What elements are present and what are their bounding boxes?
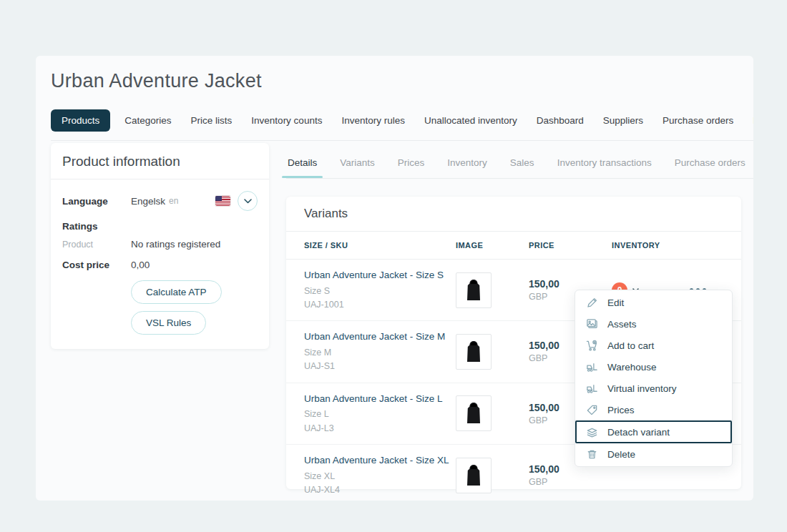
column-image: IMAGE [456,241,529,250]
product-information-card: Product information Language Engelsk en … [51,143,269,349]
menu-item-edit[interactable]: Edit [575,292,732,313]
main-tab-price-lists[interactable]: Price lists [186,109,238,132]
column-inventory: INVENTORY [612,241,723,250]
cost-price-row: Cost price 0,00 [62,260,258,270]
calculate-atp-button[interactable]: Calculate ATP [131,280,222,304]
variant-name[interactable]: Urban Adventure Jacket - Size S [304,268,456,282]
detail-tab-bar: Details Variants Prices Inventory Sales … [286,153,753,179]
menu-item-detach-variant[interactable]: Detach variant [575,420,732,443]
image-icon [585,318,598,330]
main-tab-suppliers[interactable]: Suppliers [598,109,648,132]
menu-item-label: Delete [607,449,635,460]
pencil-icon [585,297,598,309]
tab-purchase-orders[interactable]: Purchase orders [673,153,747,178]
menu-item-label: Edit [607,297,624,308]
vsl-rules-button[interactable]: VSL Rules [131,311,206,335]
variant-image[interactable] [456,458,492,493]
menu-item-delete[interactable]: Delete [575,443,732,465]
jacket-image [459,276,488,305]
main-tab-bar: Products Categories Price lists Inventor… [51,109,753,132]
variant-size: Size S [304,285,456,298]
menu-item-label: Prices [607,405,635,415]
menu-item-label: Virtual inventory [607,383,677,394]
tab-sales[interactable]: Sales [509,153,536,178]
variant-sku: UAJ-S1 [304,360,456,373]
variant-image[interactable] [456,395,492,431]
variant-name[interactable]: Urban Adventure Jacket - Size M [304,330,456,344]
chevron-down-icon [244,199,252,204]
menu-item-assets[interactable]: Assets [575,313,732,335]
variant-sku: UAJ-L3 [304,422,456,435]
cost-price-value: 0,00 [131,260,150,270]
trash-icon [585,448,598,460]
main-tab-inventory-rules[interactable]: Inventory rules [336,109,410,132]
main-tab-unallocated-inventory[interactable]: Unallocated inventory [419,109,522,132]
row-actions-menu: Edit Assets Add to cart Warehouse Virtua… [575,290,733,467]
menu-item-warehouse[interactable]: Warehouse [575,356,732,378]
main-tab-inventory-counts[interactable]: Inventory counts [246,109,327,132]
variants-table-header: SIZE / SKU IMAGE PRICE INVENTORY [286,232,741,260]
main-tab-dashboard[interactable]: Dashboard [532,109,589,132]
variant-size: Size M [304,346,456,360]
variant-name[interactable]: Urban Adventure Jacket - Size L [304,392,456,406]
ratings-row: Product No ratings registered [62,239,258,250]
variant-name[interactable]: Urban Adventure Jacket - Size XL [304,453,456,468]
main-tab-categories[interactable]: Categories [119,109,176,132]
variant-image[interactable] [456,334,492,370]
variant-sku: UAJ-XL4 [304,483,456,497]
tab-prices[interactable]: Prices [396,153,426,178]
tab-divider [51,140,753,141]
menu-item-label: Add to cart [607,340,654,351]
ratings-product-label: Product [62,240,131,250]
main-tab-purchase-orders[interactable]: Purchase orders [658,109,738,132]
menu-item-prices[interactable]: Prices [575,399,732,420]
variant-price: 150,00 [529,278,612,290]
forklift-icon [585,361,598,373]
menu-item-add-to-cart[interactable]: Add to cart [575,335,732,356]
language-row: Language Engelsk en [62,191,258,211]
us-flag-icon [215,196,230,206]
main-tab-deliveries[interactable]: Deliveries [748,109,753,132]
ratings-value: No ratings registered [131,239,220,250]
jacket-image [459,338,488,366]
column-price: PRICE [529,241,612,250]
variant-sku: UAJ-1001 [304,298,456,312]
menu-item-label: Assets [607,319,637,330]
screen: { "colors": { "accent_dark": "#14394a", … [0,0,787,532]
ratings-label: Ratings [62,221,258,232]
menu-item-label: Warehouse [607,362,657,373]
variants-section-title: Variants [286,197,741,232]
product-information-title: Product information [51,143,269,179]
layers-icon [585,426,598,438]
language-dropdown-button[interactable] [238,191,258,211]
column-size-sku: SIZE / SKU [304,241,456,250]
variant-size: Size L [304,408,456,421]
variant-currency: GBP [529,477,612,487]
cost-price-label: Cost price [62,260,131,270]
language-code: en [169,196,178,206]
language-value: Engelsk [131,196,165,207]
tab-details[interactable]: Details [286,153,318,178]
jacket-image [459,399,488,428]
tab-inventory-transactions[interactable]: Inventory transactions [556,153,653,178]
tab-variants[interactable]: Variants [338,153,376,178]
jacket-image [459,461,488,490]
tab-inventory[interactable]: Inventory [446,153,489,178]
language-label: Language [62,196,131,207]
menu-item-virtual-inventory[interactable]: Virtual inventory [575,378,732,399]
variant-image[interactable] [456,272,492,308]
main-tab-products[interactable]: Products [51,109,110,132]
menu-item-label: Detach variant [607,427,670,438]
cart-plus-icon [585,340,598,352]
page-title: Urban Adventure Jacket [51,70,753,92]
variant-size: Size XL [304,470,456,483]
tag-icon [585,404,598,416]
forklift-icon [585,383,598,395]
